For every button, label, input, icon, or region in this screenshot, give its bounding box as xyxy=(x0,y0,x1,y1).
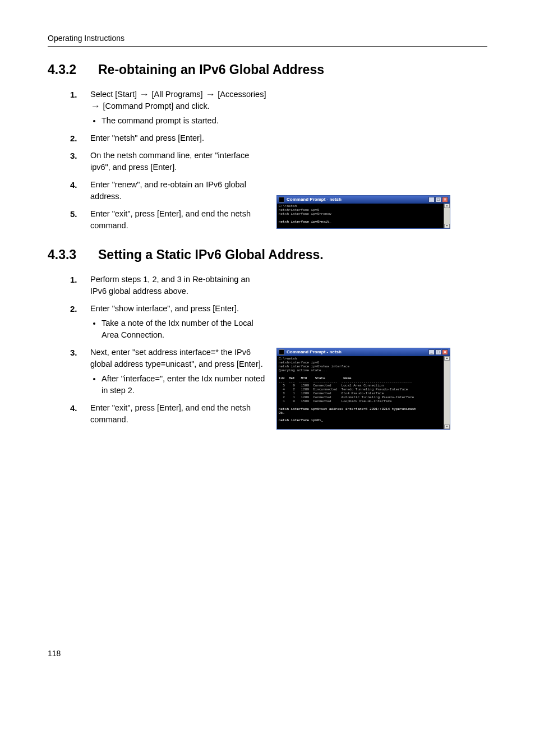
step-text: Select [Start] → [All Programs] → [Acces… xyxy=(90,90,266,110)
scroll-up-icon[interactable]: ▲ xyxy=(444,356,450,361)
step-number: 1. xyxy=(70,89,77,101)
window-titlebar: Command Prompt - netsh _ □ × xyxy=(277,196,450,204)
minimize-button[interactable]: _ xyxy=(428,197,435,202)
step-text: Next, enter "set address interface=* the… xyxy=(90,348,263,368)
section-title: Setting a Static IPv6 Global Address. xyxy=(98,247,324,262)
step-3: 3. Next, enter "set address interface=* … xyxy=(70,347,266,397)
steps-column: 1. Select [Start] → [All Programs] → [Ac… xyxy=(48,89,266,237)
step-text: Enter "show interface", and press [Enter… xyxy=(90,304,239,313)
sub-bullets: The command prompt is started. xyxy=(90,115,266,127)
section-title: Re-obtaining an IPv6 Global Address xyxy=(98,62,324,77)
scroll-down-icon[interactable]: ▼ xyxy=(444,224,450,228)
arrow-icon: → xyxy=(205,89,215,100)
step-4: 4. Enter "exit", press [Enter], and end … xyxy=(70,402,266,426)
step-number: 3. xyxy=(70,347,77,359)
step-text: On the netsh command line, enter "interf… xyxy=(90,151,249,172)
window-title: Command Prompt - netsh xyxy=(287,349,342,354)
step-text: Enter "renew", and re-obtain an IPv6 glo… xyxy=(90,180,246,201)
step-2: 2. Enter "show interface", and press [En… xyxy=(70,303,266,341)
command-prompt-window-1: Command Prompt - netsh _ □ × C:\>netsh n… xyxy=(276,195,450,229)
steps-list-433: 1. Perform steps 1, 2, and 3 in Re-obtai… xyxy=(48,274,266,426)
step-number: 4. xyxy=(70,179,77,191)
steps-column: 1. Perform steps 1, 2, and 3 in Re-obtai… xyxy=(48,274,266,431)
header-divider xyxy=(48,46,487,47)
step-3: 3. On the netsh command line, enter "int… xyxy=(70,150,266,173)
section-number: 4.3.3 xyxy=(48,247,98,262)
cmd-icon xyxy=(279,197,284,202)
maximize-button[interactable]: □ xyxy=(435,197,441,202)
page: Operating Instructions 4.3.2Re-obtaining… xyxy=(0,0,535,689)
step-5: 5. Enter "exit", press [Enter], and end … xyxy=(70,208,266,232)
step-text: Enter "exit", press [Enter], and end the… xyxy=(90,403,251,424)
section-heading-433: 4.3.3Setting a Static IPv6 Global Addres… xyxy=(48,247,487,262)
step-number: 1. xyxy=(70,274,77,286)
step-number: 3. xyxy=(70,150,77,162)
terminal-output: C:\>netsh netsh>interface ipv6 netsh int… xyxy=(277,356,444,429)
screenshot-column: Command Prompt - netsh _ □ × C:\>netsh n… xyxy=(276,89,450,229)
screenshot-column: Command Prompt - netsh _ □ × C:\>netsh n… xyxy=(276,274,450,430)
step-text: Perform steps 1, 2, and 3 in Re-obtainin… xyxy=(90,275,250,296)
steps-list-432: 1. Select [Start] → [All Programs] → [Ac… xyxy=(48,89,266,232)
step-number: 4. xyxy=(70,402,77,414)
step-number: 2. xyxy=(70,303,77,315)
window-title: Command Prompt - netsh xyxy=(287,197,342,202)
step-text: Enter "exit", press [Enter], and end the… xyxy=(90,209,251,230)
step-2: 2. Enter "netsh" and press [Enter]. xyxy=(70,132,266,144)
terminal-output: C:\>netsh netsh>interface ipv6 netsh int… xyxy=(277,204,444,228)
sub-bullet: The command prompt is started. xyxy=(102,115,266,127)
command-prompt-window-2: Command Prompt - netsh _ □ × C:\>netsh n… xyxy=(276,348,450,430)
arrow-icon: → xyxy=(91,100,100,112)
maximize-button[interactable]: □ xyxy=(435,349,441,355)
minimize-button[interactable]: _ xyxy=(428,349,435,355)
section-heading-432: 4.3.2Re-obtaining an IPv6 Global Address xyxy=(48,62,487,77)
close-button[interactable]: × xyxy=(442,349,448,355)
cmd-icon xyxy=(279,349,284,355)
window-titlebar: Command Prompt - netsh _ □ × xyxy=(277,348,450,356)
step-1: 1. Select [Start] → [All Programs] → [Ac… xyxy=(70,89,266,127)
step-text: Enter "netsh" and press [Enter]. xyxy=(90,133,204,142)
running-header: Operating Instructions xyxy=(48,34,487,43)
section-433-content: 1. Perform steps 1, 2, and 3 in Re-obtai… xyxy=(48,274,487,431)
step-4: 4. Enter "renew", and re-obtain an IPv6 … xyxy=(70,179,266,202)
step-1: 1. Perform steps 1, 2, and 3 in Re-obtai… xyxy=(70,274,266,297)
step-number: 5. xyxy=(70,208,77,220)
section-number: 4.3.2 xyxy=(48,62,98,77)
close-button[interactable]: × xyxy=(442,197,448,202)
sub-bullet: After "interface=", enter the Idx number… xyxy=(102,373,266,397)
sub-bullets: Take a note of the Idx number of the Loc… xyxy=(90,317,266,341)
scroll-down-icon[interactable]: ▼ xyxy=(444,425,450,429)
scrollbar[interactable]: ▲ ▼ xyxy=(444,204,450,228)
scrollbar[interactable]: ▲ ▼ xyxy=(444,356,450,429)
sub-bullets: After "interface=", enter the Idx number… xyxy=(90,373,266,397)
scroll-up-icon[interactable]: ▲ xyxy=(444,204,450,208)
step-number: 2. xyxy=(70,132,77,145)
section-432-content: 1. Select [Start] → [All Programs] → [Ac… xyxy=(48,89,487,237)
sub-bullet: Take a note of the Idx number of the Loc… xyxy=(102,317,266,341)
arrow-icon: → xyxy=(140,89,149,100)
page-number: 118 xyxy=(48,649,61,658)
